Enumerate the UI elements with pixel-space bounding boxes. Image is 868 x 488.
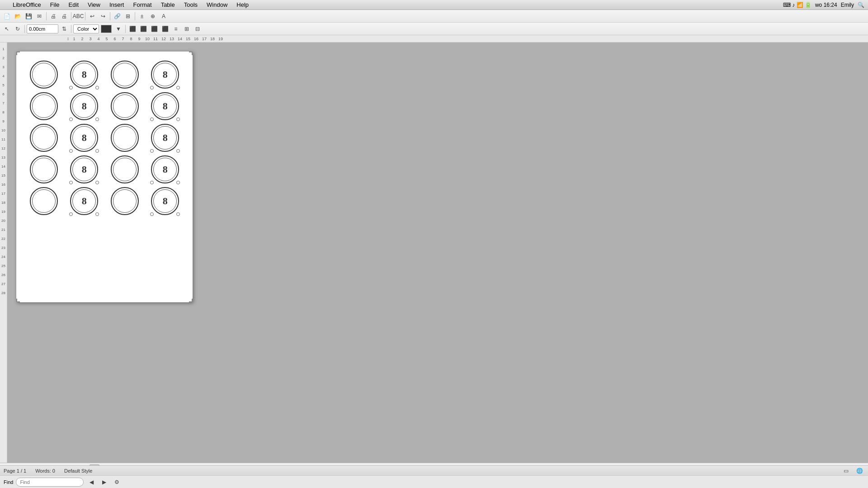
- align-center-icon[interactable]: ⬛: [138, 24, 148, 34]
- eight-circle[interactable]: 8: [151, 155, 179, 183]
- ball-cell-r1c2[interactable]: 8: [66, 61, 103, 89]
- plain-circle[interactable]: [30, 92, 58, 120]
- resize-handle-bl[interactable]: [150, 117, 154, 121]
- plain-circle[interactable]: [111, 124, 139, 152]
- open-button[interactable]: 📂: [13, 11, 23, 21]
- ball-cell-r1c3[interactable]: [106, 61, 143, 89]
- ball-cell-r5c4[interactable]: 8: [147, 187, 184, 215]
- resize-handle-bl[interactable]: [69, 212, 73, 216]
- position-lock-icon[interactable]: ⇅: [59, 24, 69, 34]
- group-icon[interactable]: ⊞: [182, 24, 192, 34]
- resize-handle-bl[interactable]: [150, 86, 154, 89]
- plain-circle[interactable]: [111, 187, 139, 215]
- menu-help[interactable]: Help: [233, 0, 252, 9]
- eight-circle[interactable]: 8: [70, 187, 98, 215]
- plain-circle[interactable]: [30, 124, 58, 152]
- resize-handle-bl[interactable]: [150, 212, 154, 216]
- ball-cell-r3c3[interactable]: [106, 124, 143, 152]
- menu-view[interactable]: View: [84, 0, 104, 9]
- select-icon[interactable]: ↖: [2, 24, 12, 34]
- plain-circle[interactable]: [30, 155, 58, 183]
- resize-handle-bl[interactable]: [69, 149, 73, 153]
- ball-cell-r2c4[interactable]: 8: [147, 92, 184, 120]
- resize-handle-br[interactable]: [176, 212, 180, 216]
- ungroup-icon[interactable]: ⊟: [193, 24, 203, 34]
- resize-handle-bl[interactable]: [150, 149, 154, 153]
- resize-handle-bl[interactable]: [69, 86, 73, 89]
- menu-window[interactable]: Window: [203, 0, 231, 9]
- ball-cell-r4c2[interactable]: 8: [66, 155, 103, 183]
- ball-cell-r2c3[interactable]: [106, 92, 143, 120]
- plain-circle[interactable]: [30, 187, 58, 215]
- eight-circle[interactable]: 8: [70, 124, 98, 152]
- resize-handle-br[interactable]: [95, 86, 99, 89]
- canvas-area[interactable]: 8 8: [7, 42, 868, 463]
- color-select[interactable]: Color: [73, 24, 99, 33]
- spellcheck-button[interactable]: ABC: [73, 11, 83, 21]
- align-top-icon[interactable]: ⬛: [160, 24, 170, 34]
- eight-circle[interactable]: 8: [70, 61, 98, 89]
- menu-edit[interactable]: Edit: [65, 0, 82, 9]
- undo-button[interactable]: ↩: [87, 11, 97, 21]
- search-icon[interactable]: 🔍: [858, 2, 864, 8]
- color-picker-icon[interactable]: ▼: [113, 24, 123, 34]
- menu-file[interactable]: File: [47, 0, 63, 9]
- ball-cell-r5c3[interactable]: [106, 187, 143, 215]
- redo-button[interactable]: ↪: [98, 11, 108, 21]
- ball-cell-r3c2[interactable]: 8: [66, 124, 103, 152]
- resize-handle-bl[interactable]: [69, 117, 73, 121]
- resize-handle-bl[interactable]: [69, 181, 73, 184]
- table-button[interactable]: ⊞: [123, 11, 133, 21]
- find-options-button[interactable]: ⚙: [112, 477, 122, 487]
- resize-handle-br[interactable]: [176, 86, 180, 89]
- find-input[interactable]: [16, 478, 84, 487]
- position-x-input[interactable]: [27, 24, 58, 33]
- styles-button[interactable]: A: [159, 11, 169, 21]
- eight-circle[interactable]: 8: [151, 187, 179, 215]
- ball-cell-r3c4[interactable]: 8: [147, 124, 184, 152]
- hyperlink-button[interactable]: 🔗: [112, 11, 122, 21]
- plain-circle[interactable]: [111, 92, 139, 120]
- print-preview-button[interactable]: 🖨: [48, 11, 58, 21]
- align-left-icon[interactable]: ⬛: [127, 24, 137, 34]
- resize-handle-br[interactable]: [176, 117, 180, 121]
- menu-table[interactable]: Table: [157, 0, 179, 9]
- ball-cell-r4c4[interactable]: 8: [147, 155, 184, 183]
- resize-handle-br[interactable]: [176, 149, 180, 153]
- view-web-button[interactable]: 🌐: [854, 466, 864, 476]
- email-button[interactable]: ✉: [34, 11, 44, 21]
- find-next-button[interactable]: ▶: [99, 477, 109, 487]
- resize-handle-br[interactable]: [95, 149, 99, 153]
- ball-cell-r3c1[interactable]: [25, 124, 62, 152]
- ball-cell-r1c1[interactable]: [25, 61, 62, 89]
- ball-cell-r4c3[interactable]: [106, 155, 143, 183]
- eight-circle[interactable]: 8: [151, 92, 179, 120]
- resize-handle-br[interactable]: [95, 117, 99, 121]
- rotate-icon[interactable]: ↻: [13, 24, 23, 34]
- eight-circle[interactable]: 8: [151, 124, 179, 152]
- view-normal-button[interactable]: ▭: [841, 466, 851, 476]
- resize-handle-br[interactable]: [95, 212, 99, 216]
- save-button[interactable]: 💾: [24, 11, 33, 21]
- ball-cell-r2c1[interactable]: [25, 92, 62, 120]
- ball-cell-r4c1[interactable]: [25, 155, 62, 183]
- eight-circle[interactable]: 8: [151, 61, 179, 89]
- eight-circle[interactable]: 8: [70, 155, 98, 183]
- navigator-button[interactable]: ⊕: [148, 11, 158, 21]
- menu-libreoffice[interactable]: LibreOffice: [9, 0, 45, 9]
- show-changes-button[interactable]: ±: [137, 11, 147, 21]
- ball-cell-r5c1[interactable]: [25, 187, 62, 215]
- menu-insert[interactable]: Insert: [106, 0, 128, 9]
- eight-circle[interactable]: 8: [70, 92, 98, 120]
- distribute-icon[interactable]: ≡: [171, 24, 181, 34]
- plain-circle[interactable]: [111, 61, 139, 89]
- resize-handle-bl[interactable]: [150, 181, 154, 184]
- plain-circle[interactable]: [30, 61, 58, 89]
- find-prev-button[interactable]: ◀: [86, 477, 96, 487]
- ball-cell-r2c2[interactable]: 8: [66, 92, 103, 120]
- ball-cell-r1c4[interactable]: 8: [147, 61, 184, 89]
- new-button[interactable]: 📄: [2, 11, 12, 21]
- menu-tools[interactable]: Tools: [180, 0, 201, 9]
- align-right-icon[interactable]: ⬛: [149, 24, 159, 34]
- ball-cell-r5c2[interactable]: 8: [66, 187, 103, 215]
